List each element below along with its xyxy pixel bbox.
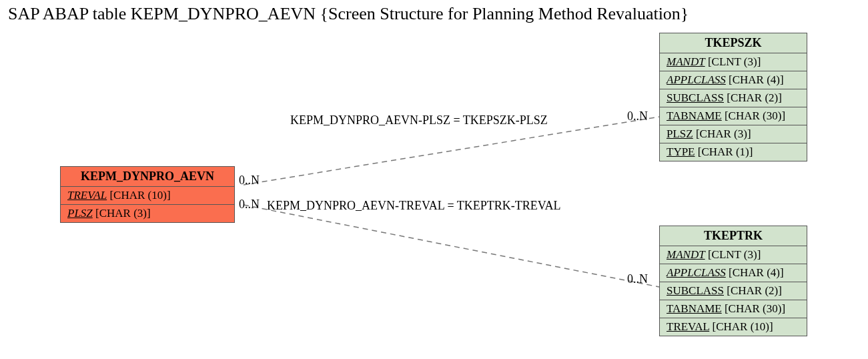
table-row: PLSZ [CHAR (3)] [660,125,807,143]
cardinality-left-1: 0..N [239,173,260,188]
table-row: APPLCLASS [CHAR (4)] [660,264,807,282]
table-row: SUBCLASS [CHAR (2)] [660,89,807,107]
field-type: [CHAR (3)] [696,127,751,140]
field-type: [CHAR (30)] [725,302,785,315]
table-row: MANDT [CLNT (3)] [660,246,807,264]
field-name: TABNAME [667,109,722,122]
field-name: APPLCLASS [667,266,726,279]
table-row: TREVAL [CHAR (10)] [61,187,234,205]
cardinality-left-2: 0..N [239,198,260,212]
field-name: SUBCLASS [667,284,724,297]
svg-line-1 [244,205,659,287]
field-type: [CHAR (3)] [95,207,151,220]
cardinality-right-1: 0..N [627,109,648,123]
field-type: [CHAR (10)] [109,189,170,202]
field-name: TREVAL [67,189,107,202]
field-type: [CHAR (4)] [729,73,784,86]
relation-label-2: KEPM_DYNPRO_AEVN-TREVAL = TKEPTRK-TREVAL [267,199,561,213]
field-name: PLSZ [67,207,93,220]
table-tkepszk: TKEPSZK MANDT [CLNT (3)] APPLCLASS [CHAR… [659,33,807,161]
field-name: MANDT [667,55,705,68]
field-type: [CLNT (3)] [708,55,761,68]
table-row: SUBCLASS [CHAR (2)] [660,282,807,300]
table-row: MANDT [CLNT (3)] [660,53,807,71]
field-type: [CHAR (30)] [725,109,785,122]
table-row: PLSZ [CHAR (3)] [61,205,234,222]
relation-label-1: KEPM_DYNPRO_AEVN-PLSZ = TKEPSZK-PLSZ [290,113,548,127]
field-type: [CHAR (2)] [727,91,782,104]
field-name: PLSZ [667,127,693,140]
field-type: [CHAR (10)] [712,320,773,333]
table-header: KEPM_DYNPRO_AEVN [61,167,234,187]
table-row: TREVAL [CHAR (10)] [660,318,807,336]
field-type: [CLNT (3)] [708,248,761,261]
page-title: SAP ABAP table KEPM_DYNPRO_AEVN {Screen … [8,4,689,24]
table-header: TKEPTRK [660,226,807,246]
table-header: TKEPSZK [660,33,807,53]
field-type: [CHAR (4)] [729,266,784,279]
field-name: TYPE [667,145,695,158]
field-name: SUBCLASS [667,91,724,104]
cardinality-right-2: 0..N [627,272,648,286]
table-row: TYPE [CHAR (1)] [660,143,807,161]
table-row: TABNAME [CHAR (30)] [660,300,807,318]
table-tkeptrk: TKEPTRK MANDT [CLNT (3)] APPLCLASS [CHAR… [659,226,807,336]
field-name: TREVAL [667,320,709,333]
table-row: TABNAME [CHAR (30)] [660,107,807,125]
field-name: APPLCLASS [667,73,726,86]
table-row: APPLCLASS [CHAR (4)] [660,71,807,89]
field-type: [CHAR (2)] [727,284,782,297]
table-kepm-dynpro-aevn: KEPM_DYNPRO_AEVN TREVAL [CHAR (10)] PLSZ… [60,166,235,223]
field-name: MANDT [667,248,705,261]
field-type: [CHAR (1)] [698,145,753,158]
field-name: TABNAME [667,302,722,315]
